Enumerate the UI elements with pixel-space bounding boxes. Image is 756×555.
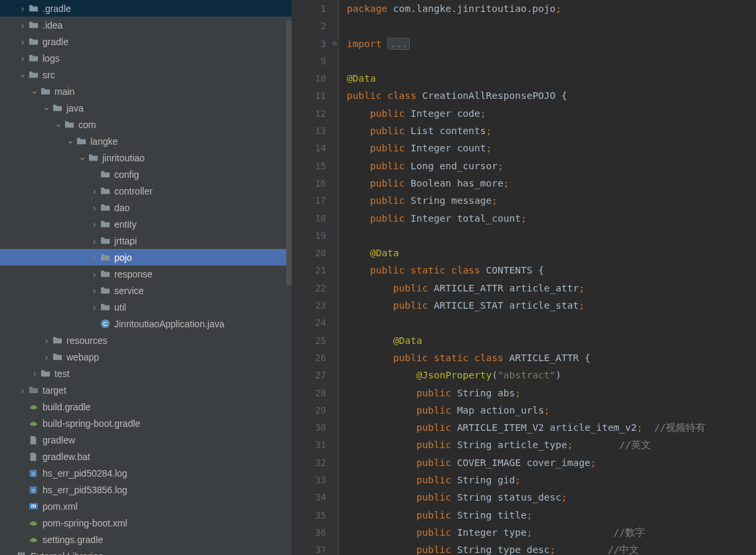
tree-item-entity[interactable]: ›entity xyxy=(0,216,292,232)
expand-chevron-icon[interactable]: › xyxy=(5,551,16,556)
tree-item-pojo[interactable]: ›pojo xyxy=(0,249,292,266)
code-area[interactable]: package com.langke.jinritoutiao.pojo; im… xyxy=(339,0,756,555)
code-line[interactable]: public List contents; xyxy=(347,122,756,139)
code-line[interactable]: public Integer code; xyxy=(347,105,756,122)
expand-chevron-icon[interactable]: ⌄ xyxy=(77,151,88,162)
expand-chevron-icon[interactable]: › xyxy=(89,252,100,263)
code-line[interactable]: import ... xyxy=(347,35,756,52)
expand-chevron-icon[interactable]: › xyxy=(89,285,100,296)
expand-chevron-icon[interactable]: › xyxy=(17,37,28,47)
tree-item-jinritoutiaoapplication-java[interactable]: CJinritoutiaoApplication.java xyxy=(0,315,292,332)
expand-chevron-icon[interactable]: › xyxy=(17,385,28,396)
expand-chevron-icon[interactable]: ⌄ xyxy=(17,68,28,79)
tree-item-pom-xml[interactable]: mpom.xml xyxy=(0,498,292,515)
tree-item-webapp[interactable]: ›webapp xyxy=(0,349,292,365)
expand-chevron-icon[interactable]: › xyxy=(17,20,28,31)
sidebar-scrollbar[interactable] xyxy=(286,20,292,285)
tree-item-src[interactable]: ⌄src xyxy=(0,66,292,83)
expand-chevron-icon[interactable]: › xyxy=(89,236,100,246)
tree-item-build-gradle[interactable]: build.gradle xyxy=(0,398,292,415)
expand-chevron-icon[interactable]: › xyxy=(17,3,28,14)
code-line[interactable]: public ARTICLE_STAT article_stat; xyxy=(347,297,756,314)
expand-chevron-icon[interactable]: › xyxy=(89,202,100,213)
tree-item-build-spring-boot-gradle[interactable]: build-spring-boot.gradle xyxy=(0,415,292,432)
code-line[interactable]: @Data xyxy=(347,70,756,87)
expand-chevron-icon[interactable]: ⌄ xyxy=(53,118,64,129)
tree-item-hs-err-pid50284-log[interactable]: ?hs_err_pid50284.log xyxy=(0,465,292,481)
expand-chevron-icon[interactable]: › xyxy=(89,269,100,279)
code-line[interactable]: public Integer type; //数字 xyxy=(347,524,756,541)
expand-chevron-icon[interactable]: › xyxy=(89,186,100,197)
tree-item-controller[interactable]: ›controller xyxy=(0,183,292,199)
expand-chevron-icon[interactable]: ⌄ xyxy=(41,102,52,112)
tree-item-service[interactable]: ›service xyxy=(0,282,292,299)
code-line[interactable]: public static class CONTENTS { xyxy=(347,262,756,279)
code-line[interactable]: public String type_desc; //中文 xyxy=(347,541,756,555)
type: String xyxy=(457,439,492,450)
code-line[interactable]: public static class ARTICLE_ATTR { xyxy=(347,349,756,366)
tree-item-response[interactable]: ›response xyxy=(0,266,292,282)
code-line[interactable]: public class CreationAllResponsePOJO { xyxy=(347,87,756,104)
tree-item-main[interactable]: ⌄main xyxy=(0,83,292,100)
code-line[interactable]: public String status_desc; xyxy=(347,489,756,506)
tree-item-label: response xyxy=(114,269,153,279)
code-line[interactable]: package com.langke.jinritoutiao.pojo; xyxy=(347,0,756,17)
code-line[interactable]: public Long end_cursor; xyxy=(347,157,756,175)
tree-item-jrttapi[interactable]: ›jrttapi xyxy=(0,232,292,249)
expand-chevron-icon[interactable]: ⌄ xyxy=(29,85,40,96)
tree-item-com[interactable]: ⌄com xyxy=(0,116,292,133)
tree-item-settings-gradle[interactable]: settings.gradle xyxy=(0,531,292,548)
expand-chevron-icon[interactable]: › xyxy=(89,302,100,313)
code-line[interactable]: public String title; xyxy=(347,507,756,524)
tree-item--idea[interactable]: ›.idea xyxy=(0,17,292,33)
code-line[interactable]: @JsonProperty("abstract") xyxy=(347,366,756,384)
tree-item--gradle[interactable]: ›.gradle xyxy=(0,0,292,17)
code-line[interactable]: @Data xyxy=(347,244,756,262)
code-line[interactable]: public String gid; xyxy=(347,471,756,489)
expand-chevron-icon[interactable]: › xyxy=(41,352,52,362)
tree-item-dao[interactable]: ›dao xyxy=(0,199,292,216)
expand-chevron-icon[interactable]: › xyxy=(89,219,100,230)
tree-item-target[interactable]: ›target xyxy=(0,382,292,398)
tree-item-jinritoutiao[interactable]: ⌄jinritoutiao xyxy=(0,149,292,166)
tree-item-gradle[interactable]: ›gradle xyxy=(0,33,292,50)
expand-chevron-icon[interactable]: › xyxy=(41,335,52,346)
code-line[interactable]: public Integer total_count; xyxy=(347,210,756,227)
code-line[interactable]: public String abs; xyxy=(347,384,756,402)
tree-item-gradlew-bat[interactable]: gradlew.bat xyxy=(0,448,292,465)
code-line[interactable]: public ARTICLE_ATTR article_attr; xyxy=(347,279,756,297)
code-line[interactable] xyxy=(347,17,756,35)
tree-item-external-libraries[interactable]: ›External Libraries xyxy=(0,548,292,555)
project-tree-panel[interactable]: ›.gradle›.idea›gradle›logs⌄src⌄main⌄java… xyxy=(0,0,292,555)
code-line[interactable]: public String message; xyxy=(347,192,756,209)
tree-item-label: pom-spring-boot.xml xyxy=(43,518,128,528)
tree-item-pom-spring-boot-xml[interactable]: pom-spring-boot.xml xyxy=(0,515,292,531)
code-line[interactable]: @Data xyxy=(347,332,756,349)
tree-item-util[interactable]: ›util xyxy=(0,299,292,315)
code-line[interactable] xyxy=(347,314,756,331)
code-line[interactable]: public ARTICLE_ITEM_V2 article_item_v2; … xyxy=(347,419,756,436)
code-line[interactable]: public Integer count; xyxy=(347,139,756,157)
tree-item-config[interactable]: config xyxy=(0,166,292,183)
expand-chevron-icon[interactable]: ⌄ xyxy=(65,135,76,145)
fold-expand-icon[interactable]: ⊞ xyxy=(332,35,337,52)
line-number: 16 xyxy=(292,175,326,192)
tree-item-logs[interactable]: ›logs xyxy=(0,50,292,66)
tree-item-java[interactable]: ⌄java xyxy=(0,100,292,116)
code-line[interactable]: public COVER_IMAGE cover_image; xyxy=(347,454,756,471)
expand-chevron-icon[interactable]: › xyxy=(29,368,40,379)
tree-item-langke[interactable]: ⌄langke xyxy=(0,133,292,149)
code-line[interactable]: public Boolean has_more; xyxy=(347,175,756,192)
code-line[interactable] xyxy=(347,52,756,70)
tree-item-test[interactable]: ›test xyxy=(0,365,292,382)
line-number-gutter: 1239101112131415161718192021222324252627… xyxy=(292,0,339,555)
fold-region[interactable]: ... xyxy=(387,38,410,50)
tree-item-gradlew[interactable]: gradlew xyxy=(0,432,292,448)
tree-item-hs-err-pid53856-log[interactable]: ?hs_err_pid53856.log xyxy=(0,481,292,498)
code-line[interactable]: public String article_type; //英文 xyxy=(347,436,756,453)
expand-chevron-icon[interactable]: › xyxy=(17,53,28,64)
code-editor[interactable]: 1239101112131415161718192021222324252627… xyxy=(292,0,756,555)
tree-item-resources[interactable]: ›resources xyxy=(0,332,292,349)
code-line[interactable] xyxy=(347,227,756,244)
code-line[interactable]: public Map action_urls; xyxy=(347,402,756,419)
